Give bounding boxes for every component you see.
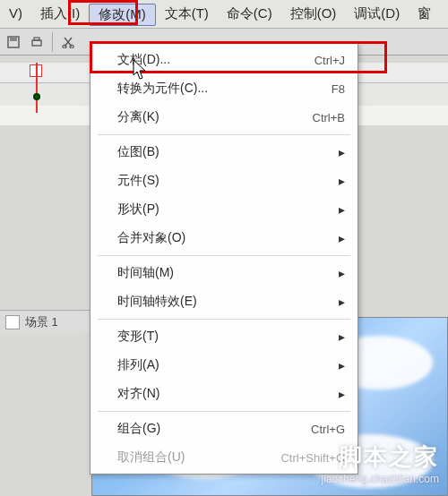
menu-item-label: 变形(T)	[117, 329, 332, 345]
scene-icon	[5, 315, 20, 329]
menu-separator	[98, 134, 350, 135]
menu-item-text[interactable]: 文本(T)	[156, 4, 218, 26]
menubar: V) 插入(I) 修改(M) 文本(T) 命令(C) 控制(O) 调试(D) 窗	[0, 0, 448, 29]
menu-shape[interactable]: 形状(P)▸	[90, 195, 358, 224]
menu-break-apart[interactable]: 分离(K)Ctrl+B	[90, 103, 358, 132]
menu-item-insert[interactable]: 插入(I)	[31, 4, 89, 26]
cut-icon[interactable]	[56, 31, 80, 53]
menu-item-window[interactable]: 窗	[409, 4, 440, 26]
baidu-watermark: Baidu	[215, 454, 254, 469]
menu-item-shortcut: Ctrl+G	[311, 423, 345, 436]
svg-rect-2	[32, 40, 41, 46]
menu-separator	[98, 255, 350, 256]
submenu-arrow-icon: ▸	[339, 231, 345, 245]
menu-item-label: 转换为元件(C)...	[117, 81, 332, 97]
menu-item-label: 文档(D)...	[117, 52, 314, 68]
menu-item-label: 合并对象(O)	[117, 230, 332, 246]
menu-item-shortcut: Ctrl+Shift+G	[280, 451, 345, 465]
toolbar-separator	[52, 32, 53, 52]
menu-item-label: 分离(K)	[117, 109, 313, 125]
save-icon[interactable]	[2, 31, 25, 53]
menu-item-shortcut: F8	[332, 82, 345, 96]
menu-timeline[interactable]: 时间轴(M)▸	[90, 259, 358, 287]
scene-label: 场景 1	[25, 314, 58, 330]
menu-item-debug[interactable]: 调试(D)	[345, 4, 409, 26]
submenu-arrow-icon: ▸	[339, 329, 345, 344]
svg-rect-1	[10, 37, 17, 41]
menu-item-label: 对齐(N)	[117, 386, 332, 402]
menu-item-label: 元件(S)	[117, 173, 332, 189]
playhead[interactable]	[36, 63, 38, 113]
menu-timeline-effects[interactable]: 时间轴特效(E)▸	[90, 287, 358, 316]
menu-item-shortcut: Ctrl+J	[314, 54, 345, 67]
menu-item-control[interactable]: 控制(O)	[281, 4, 346, 26]
menu-separator	[98, 319, 350, 320]
menu-item-modify[interactable]: 修改(M)	[89, 4, 156, 26]
menu-separator	[98, 411, 350, 412]
menu-item-label: 取消组合(U)	[117, 449, 280, 466]
submenu-arrow-icon: ▸	[339, 202, 345, 217]
modify-dropdown-menu: 文档(D)...Ctrl+J 转换为元件(C)...F8 分离(K)Ctrl+B…	[90, 43, 358, 475]
menu-bitmap[interactable]: 位图(B)▸	[90, 138, 358, 167]
menu-item-label: 形状(P)	[117, 201, 332, 218]
menu-combine-objects[interactable]: 合并对象(O)▸	[90, 224, 358, 252]
print-icon[interactable]	[25, 31, 48, 53]
menu-convert-symbol[interactable]: 转换为元件(C)...F8	[90, 74, 358, 103]
menu-document[interactable]: 文档(D)...Ctrl+J	[90, 46, 358, 74]
submenu-arrow-icon: ▸	[339, 358, 345, 372]
svg-rect-3	[34, 38, 39, 40]
menu-item-label: 位图(B)	[117, 144, 332, 160]
menu-item-command[interactable]: 命令(C)	[218, 4, 281, 26]
menu-group[interactable]: 组合(G)Ctrl+G	[90, 415, 358, 443]
keyframe-icon[interactable]	[33, 93, 40, 100]
menu-item-label: 排列(A)	[117, 357, 332, 373]
menu-symbol[interactable]: 元件(S)▸	[90, 167, 358, 195]
submenu-arrow-icon: ▸	[339, 295, 345, 309]
menu-item-shortcut: Ctrl+B	[313, 111, 345, 124]
menu-arrange[interactable]: 排列(A)▸	[90, 351, 358, 380]
menu-item-view[interactable]: V)	[0, 4, 31, 26]
submenu-arrow-icon: ▸	[339, 145, 345, 159]
submenu-arrow-icon: ▸	[339, 266, 345, 280]
menu-align[interactable]: 对齐(N)▸	[90, 380, 358, 408]
submenu-arrow-icon: ▸	[339, 387, 345, 401]
menu-transform[interactable]: 变形(T)▸	[90, 322, 358, 351]
menu-item-label: 时间轴特效(E)	[117, 294, 332, 310]
menu-item-label: 组合(G)	[117, 421, 311, 437]
menu-item-label: 时间轴(M)	[117, 265, 332, 281]
submenu-arrow-icon: ▸	[339, 174, 345, 188]
